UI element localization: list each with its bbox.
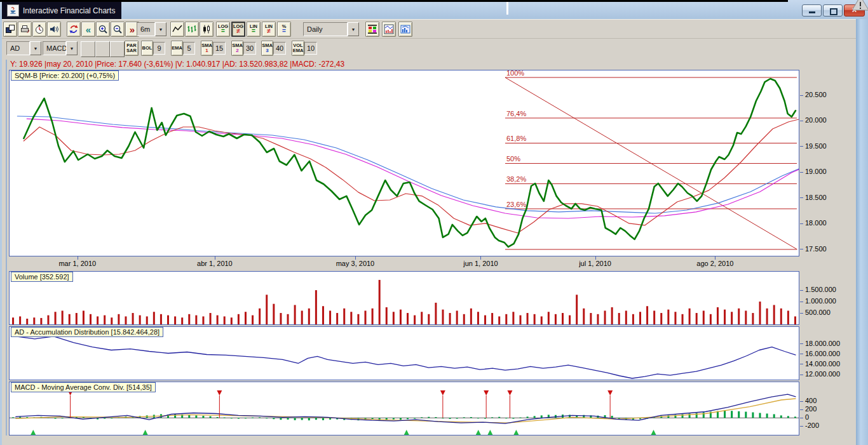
- axis-tick: [800, 121, 803, 121]
- minimize-button[interactable]: [802, 4, 822, 17]
- date-axis-label: may 3, 2010: [327, 260, 384, 267]
- axis-tick-label: 18.500: [805, 194, 827, 201]
- price-y-axis: 20.50020.00019.50019.00018.50018.00017.5…: [800, 70, 856, 256]
- sma2-button[interactable]: SMA 2: [231, 41, 243, 56]
- refresh-button[interactable]: [67, 22, 81, 37]
- ad-chart-label: AD - Accumulation Distribution [15.842.4…: [11, 327, 163, 337]
- axis-tick-label: 0: [805, 413, 809, 421]
- window-title: Interactive Financial Charts: [23, 6, 115, 15]
- date-axis-label: jun 1, 2010: [452, 260, 509, 267]
- ema-period-field[interactable]: 5: [183, 42, 195, 55]
- pct-symbol: =: [282, 28, 286, 34]
- sma2-period-field[interactable]: 30: [243, 42, 256, 55]
- empty-slot-button[interactable]: [110, 41, 125, 57]
- sma1-button[interactable]: SMA 1: [201, 41, 213, 56]
- print-button[interactable]: [18, 22, 32, 37]
- page-setup-button[interactable]: [3, 22, 17, 37]
- empty-slot-button[interactable]: [95, 41, 110, 57]
- volume-chart-canvas[interactable]: [10, 272, 799, 324]
- lin-ne-symbol: ≠: [267, 28, 271, 34]
- chevron-down-icon[interactable]: ▼: [30, 41, 41, 55]
- price-chart-canvas[interactable]: 100%76,4%61,8%50%38,2%23,6%: [10, 70, 799, 256]
- chevron-down-icon[interactable]: ▼: [348, 22, 359, 36]
- page-setup-icon: [5, 24, 15, 34]
- volume-chart-panel: [9, 271, 799, 325]
- titlebar: Interactive Financial Charts ×: [0, 0, 868, 19]
- fib-level-label: 23,6%: [506, 201, 526, 208]
- axis-tick-label: 19.500: [805, 142, 827, 150]
- lin-eq-symbol: =: [252, 28, 255, 34]
- zoom-out-button[interactable]: [111, 22, 125, 37]
- empty-slot-button[interactable]: [81, 41, 95, 57]
- minimize-icon: [809, 11, 815, 13]
- axis-tick: [800, 302, 803, 302]
- maximize-icon: [830, 8, 837, 15]
- axis-tick-label: 18.000: [805, 219, 827, 227]
- chevron-right-icon: »: [130, 25, 135, 34]
- sma3-button[interactable]: SMA 3: [261, 41, 273, 56]
- scroll-left-button[interactable]: «: [81, 22, 95, 37]
- bollinger-button[interactable]: BOL: [141, 41, 153, 56]
- line-mode-button[interactable]: [170, 22, 184, 37]
- volume-chart-label: Volume [352.592]: [11, 272, 73, 282]
- log-scale-equal-button[interactable]: LOG =: [216, 22, 230, 37]
- indicator-toolbar: AD ▼ MACD ▼ PAR SAR BOL 9 EMA 5 SMA 1 15…: [0, 38, 868, 58]
- sma3-period-field[interactable]: 40: [273, 42, 286, 55]
- bars-mode-button[interactable]: [185, 22, 199, 37]
- application-window: Interactive Financial Charts ×: [0, 0, 868, 445]
- axis-tick: [800, 95, 803, 96]
- axis-tick-label: 20.000: [805, 116, 827, 124]
- chart-volume-button[interactable]: [382, 22, 396, 37]
- price-chart-panel: 100%76,4%61,8%50%38,2%23,6%: [9, 70, 799, 256]
- zoom-in-button[interactable]: [96, 22, 110, 37]
- chart-settings-button[interactable]: [398, 22, 412, 37]
- volema-period-field[interactable]: 10: [304, 42, 317, 55]
- parabolic-sar-button[interactable]: PAR SAR: [125, 41, 139, 56]
- date-axis-label: abr 1, 2010: [186, 260, 243, 267]
- chevron-left-icon: «: [86, 25, 91, 34]
- log-scale-unequal-button[interactable]: LOG ≠: [231, 22, 245, 37]
- period-combo[interactable]: Daily ▼: [303, 22, 359, 36]
- bol-label: BOL: [142, 46, 153, 51]
- chevron-down-icon[interactable]: ▼: [155, 22, 166, 36]
- indicator2-combo[interactable]: MACD ▼: [43, 41, 78, 55]
- price-chart-label: SQM-B [Price: 20.200] (+0,75%): [11, 70, 119, 81]
- indicator1-combo[interactable]: AD ▼: [6, 41, 41, 55]
- titlebar-caption: Interactive Financial Charts: [2, 2, 121, 19]
- fib-level-label: 61,8%: [506, 135, 526, 142]
- axis-tick-label: 12.000.000: [805, 370, 840, 378]
- ema-button[interactable]: EMA: [171, 41, 183, 56]
- axis-tick-label: 20.500: [805, 91, 827, 98]
- axis-tick-label: 1.500.000: [805, 286, 836, 293]
- palette-icon: [367, 24, 377, 34]
- lin-scale-equal-button[interactable]: LIN =: [247, 22, 261, 37]
- date-axis-label: ago 2, 2010: [686, 260, 743, 267]
- axis-tick-label: -200: [805, 422, 819, 429]
- maximize-button[interactable]: [823, 4, 843, 17]
- volume-ema-button[interactable]: VOL EMA: [292, 41, 304, 56]
- indicator1-value: AD: [6, 41, 30, 55]
- ad-y-axis: 18.000.00016.000.00014.000.00012.000.000: [800, 327, 856, 380]
- axis-tick: [800, 375, 803, 375]
- candlestick-icon: [201, 24, 212, 34]
- date-axis-label: jul 1, 2010: [567, 260, 624, 267]
- refresh-icon: [69, 24, 79, 34]
- sound-button[interactable]: [47, 22, 61, 37]
- lin-scale-unequal-button[interactable]: LIN ≠: [262, 22, 276, 37]
- axis-tick-label: 18.000.000: [805, 340, 840, 347]
- axis-tick-label: 500.000: [805, 309, 831, 316]
- timer-button[interactable]: [32, 22, 46, 37]
- percent-scale-button[interactable]: % =: [277, 22, 291, 37]
- timer-icon: [34, 24, 44, 34]
- macd-chart-label: MACD - Moving Average Conv. Div. [514,35…: [11, 382, 156, 392]
- chart-settings-icon: [400, 24, 410, 34]
- parsar-label-bottom: SAR: [126, 48, 137, 53]
- axis-tick: [800, 343, 803, 344]
- bollinger-period-field[interactable]: 9: [153, 42, 165, 55]
- sma1-period-field[interactable]: 15: [213, 42, 226, 55]
- chevron-down-icon[interactable]: ▼: [66, 41, 78, 55]
- candles-mode-button[interactable]: [200, 22, 214, 37]
- palette-button[interactable]: [365, 22, 379, 37]
- range-combo[interactable]: 6m ▼: [137, 22, 166, 36]
- ohlc-bars-icon: [187, 24, 197, 34]
